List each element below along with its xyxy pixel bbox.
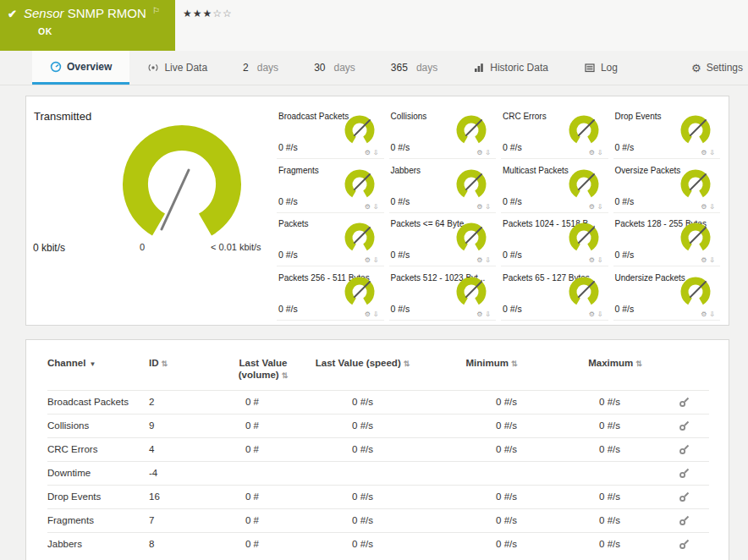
gauge-dial-icon xyxy=(342,274,377,310)
tab-label: Live Data xyxy=(164,62,207,74)
gauge-pin-icon[interactable]: ⇩ xyxy=(485,203,491,211)
gauge-fragments[interactable]: Fragments 0 #/s ⚙⇩ xyxy=(277,161,384,213)
last-value-volume: 0 # xyxy=(221,437,305,461)
gauge-gear-icon[interactable]: ⚙ xyxy=(589,203,595,211)
gauge-gear-icon[interactable]: ⚙ xyxy=(365,256,371,264)
gauge-broadcast-packets[interactable]: Broadcast Packets 0 #/s ⚙⇩ xyxy=(277,107,384,159)
gauge-pin-icon[interactable]: ⇩ xyxy=(597,256,603,264)
tab-2-days[interactable]: 2days xyxy=(225,51,296,85)
gauge-pin-icon[interactable]: ⇩ xyxy=(373,256,379,264)
channel-settings-icon[interactable] xyxy=(679,396,690,408)
gauge-pin-icon[interactable]: ⇩ xyxy=(709,310,715,318)
stars-empty: ☆☆ xyxy=(212,8,233,19)
gauge-label: Packets xyxy=(278,219,309,228)
gauge-oversize-packets[interactable]: Oversize Packets 0 #/s ⚙⇩ xyxy=(613,161,721,213)
col-header-last-value-volume[interactable]: Last Value (volume)⇅ xyxy=(221,354,305,390)
gauge-pin-icon[interactable]: ⇩ xyxy=(597,203,603,211)
gauge-packets-128-255[interactable]: Packets 128 - 255 Bytes 0 #/s ⚙⇩ xyxy=(613,214,721,266)
gauge-packets-512-1023[interactable]: Packets 512 - 1023 Byt... 0 #/s ⚙⇩ xyxy=(389,268,497,321)
tab-overview[interactable]: Overview xyxy=(32,51,129,85)
gauge-dial-icon xyxy=(678,274,713,310)
gauge-gear-icon[interactable]: ⚙ xyxy=(476,256,482,264)
gauge-gear-icon[interactable]: ⚙ xyxy=(701,310,707,318)
gauge-pin-icon[interactable]: ⇩ xyxy=(597,149,603,156)
gauge-value: 0 #/s xyxy=(391,250,410,260)
gauge-pin-icon[interactable]: ⇩ xyxy=(373,310,379,318)
gauge-pin-icon[interactable]: ⇩ xyxy=(597,310,603,318)
col-header-maximum[interactable]: Maximum⇅ xyxy=(564,354,667,390)
minimum-value: 0 #/s xyxy=(420,532,564,556)
channel-settings-icon[interactable] xyxy=(679,420,690,431)
gauge-multicast-packets[interactable]: Multicast Packets 0 #/s ⚙⇩ xyxy=(501,161,608,213)
live-data-broadcast-icon xyxy=(147,62,159,74)
gauge-gear-icon[interactable]: ⚙ xyxy=(589,149,595,156)
gauge-packets-1024-1518[interactable]: Packets 1024 - 1518 B... 0 #/s ⚙⇩ xyxy=(501,214,608,266)
channel-settings-icon[interactable] xyxy=(679,443,690,455)
gauge-gear-icon[interactable]: ⚙ xyxy=(476,203,482,211)
minimum-value: 0 #/s xyxy=(420,437,564,461)
table-row-fragments: Fragments 7 0 # 0 #/s 0 #/s 0 #/s xyxy=(47,508,709,532)
gauge-value: 0 #/s xyxy=(615,250,635,260)
gauge-gear-icon[interactable]: ⚙ xyxy=(589,256,595,264)
tab-live-data[interactable]: Live Data xyxy=(129,51,225,85)
col-header-channel[interactable]: Channel▼ xyxy=(47,354,149,390)
gauge-pin-icon[interactable]: ⇩ xyxy=(709,256,715,264)
gauge-gear-icon[interactable]: ⚙ xyxy=(476,310,482,318)
col-label: Channel xyxy=(47,358,85,368)
channel-settings-icon[interactable] xyxy=(679,491,690,502)
gauge-pin-icon[interactable]: ⇩ xyxy=(485,149,491,156)
tab-label: Overview xyxy=(67,61,112,73)
gauge-pin-icon[interactable]: ⇩ xyxy=(485,310,491,318)
gauge-packets-256-511[interactable]: Packets 256 - 511 Bytes 0 #/s ⚙⇩ xyxy=(277,268,384,321)
last-value-speed xyxy=(305,461,420,485)
tab-365-days[interactable]: 365days xyxy=(373,51,455,85)
gauge-pin-icon[interactable]: ⇩ xyxy=(709,149,715,156)
overview-clock-icon xyxy=(50,61,62,73)
gauge-jabbers[interactable]: Jabbers 0 #/s ⚙⇩ xyxy=(389,161,497,213)
gauge-dial-icon xyxy=(678,220,713,255)
gauge-packets-64-byte[interactable]: Packets <= 64 Byte 0 #/s ⚙⇩ xyxy=(389,214,497,266)
channel-settings-icon[interactable] xyxy=(679,514,690,526)
gauge-crc-errors[interactable]: CRC Errors 0 #/s ⚙⇩ xyxy=(501,107,608,159)
gauge-gear-icon[interactable]: ⚙ xyxy=(365,310,371,318)
gauge-pin-icon[interactable]: ⇩ xyxy=(373,203,379,211)
col-label: Minimum xyxy=(465,358,508,368)
gauge-pin-icon[interactable]: ⇩ xyxy=(373,149,379,156)
flag-icon[interactable]: ⚐ xyxy=(152,6,160,15)
gauge-packets-65-127[interactable]: Packets 65 - 127 Bytes 0 #/s ⚙⇩ xyxy=(501,268,608,321)
gauge-label: Drop Events xyxy=(615,112,662,121)
gauge-gear-icon[interactable]: ⚙ xyxy=(476,149,482,156)
col-header-last-value-speed[interactable]: Last Value (speed)⇅ xyxy=(305,354,420,390)
gauge-drop-events[interactable]: Drop Events 0 #/s ⚙⇩ xyxy=(613,107,721,159)
gauge-dial-icon xyxy=(342,220,377,255)
last-value-speed: 0 #/s xyxy=(305,532,420,556)
gauge-pin-icon[interactable]: ⇩ xyxy=(709,203,715,211)
gauge-gear-icon[interactable]: ⚙ xyxy=(701,149,707,156)
gauge-label: CRC Errors xyxy=(503,112,547,121)
tab-historic-data[interactable]: Historic Data xyxy=(455,51,566,85)
gauge-gear-icon[interactable]: ⚙ xyxy=(589,310,595,318)
gauge-gear-icon[interactable]: ⚙ xyxy=(701,256,707,264)
tab-settings[interactable]: ⚙ Settings xyxy=(674,51,748,85)
tab-30-days[interactable]: 30days xyxy=(296,51,373,85)
gauge-value: 0 #/s xyxy=(615,196,635,206)
tab-log[interactable]: Log xyxy=(566,51,635,85)
col-header-id[interactable]: ID⇅ xyxy=(149,354,221,390)
gauge-gear-icon[interactable]: ⚙ xyxy=(701,203,707,211)
transmitted-main-gauge[interactable]: Transmitted 0 kbit/s 0 < 0.01 kbit/s xyxy=(26,96,272,325)
gauge-gear-icon[interactable]: ⚙ xyxy=(365,203,371,211)
gauge-packets[interactable]: Packets 0 #/s ⚙⇩ xyxy=(277,214,384,266)
gauge-gear-icon[interactable]: ⚙ xyxy=(365,149,371,156)
gauge-collisions[interactable]: Collisions 0 #/s ⚙⇩ xyxy=(389,107,497,159)
gauge-pin-icon[interactable]: ⇩ xyxy=(485,256,491,264)
gauge-undersize-packets[interactable]: Undersize Packets 0 #/s ⚙⇩ xyxy=(613,268,721,321)
col-header-actions xyxy=(667,354,709,390)
channel-settings-icon[interactable] xyxy=(679,467,690,479)
channel-id: 8 xyxy=(149,532,221,556)
col-header-minimum[interactable]: Minimum⇅ xyxy=(420,354,564,390)
gauge-label: Multicast Packets xyxy=(503,166,569,175)
priority-stars[interactable]: ★★★☆☆ xyxy=(183,8,233,19)
channel-settings-icon[interactable] xyxy=(679,538,690,550)
gauge-mini-icons: ⚙⇩ xyxy=(362,149,379,156)
maximum-value xyxy=(564,461,667,485)
